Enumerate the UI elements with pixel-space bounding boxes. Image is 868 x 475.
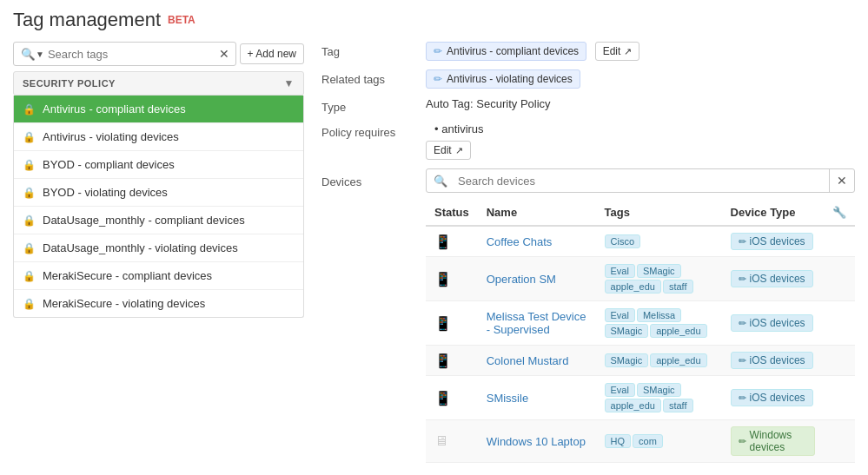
device-type-chip[interactable]: ✏ iOS devices xyxy=(731,233,813,250)
device-tag-chip[interactable]: Cisco xyxy=(605,234,641,248)
device-type-chip[interactable]: ✏ iOS devices xyxy=(731,389,813,406)
tag-item-byod-violating[interactable]: 🔒 BYOD - violating devices xyxy=(14,179,303,207)
table-row: 📱Colonel MustardSMagicapple_edu✏ iOS dev… xyxy=(426,346,855,376)
lock-icon: 🔒 xyxy=(23,298,36,310)
device-name-cell: Colonel Mustard xyxy=(478,346,596,376)
pencil-icon: ✏ xyxy=(739,274,746,285)
device-name-cell: SMissile xyxy=(478,376,596,420)
device-tags-cell: SMagicapple_edu xyxy=(596,346,722,376)
device-tag-chip[interactable]: SMagic xyxy=(637,264,681,278)
security-policy-group[interactable]: Security Policy ▼ xyxy=(13,71,304,96)
device-tag-chip[interactable]: Eval xyxy=(605,264,635,278)
device-tag-chip[interactable]: SMagic xyxy=(637,383,681,397)
device-type-chip[interactable]: ✏ iOS devices xyxy=(731,270,813,287)
tag-item-antivirus-violating[interactable]: 🔒 Antivirus - violating devices xyxy=(14,123,303,151)
lock-icon: 🔒 xyxy=(23,103,36,115)
type-label: Type xyxy=(321,97,426,114)
device-tag-chip[interactable]: apple_edu xyxy=(650,353,706,367)
tag-item-label: DataUsage_monthly - compliant devices xyxy=(43,214,245,227)
pencil-icon: ✏ xyxy=(739,436,746,447)
beta-badge: BETA xyxy=(168,14,195,26)
chevron-down-icon: ▼ xyxy=(284,77,295,89)
device-type-cell: ✏ iOS devices xyxy=(722,346,824,376)
device-name-link[interactable]: Colonel Mustard xyxy=(487,354,569,367)
device-type-cell: ✏ iOS devices xyxy=(722,257,824,301)
wrench-icon[interactable]: 🔧 xyxy=(832,206,846,219)
tag-value-container: ✏ Antivirus - compliant devices Edit ↗ xyxy=(426,42,855,61)
device-name-cell: Operation SM xyxy=(478,257,596,301)
col-tags: Tags xyxy=(596,200,722,226)
external-link-icon: ↗ xyxy=(455,145,463,156)
device-tag-chip[interactable]: Melissa xyxy=(637,308,681,322)
left-panel: 🔍 ▼ ✕ + Add new Security Policy ▼ 🔒 Anti… xyxy=(13,42,304,472)
device-tag-chip[interactable]: Eval xyxy=(605,308,635,322)
devices-search-icon: 🔍 xyxy=(427,170,454,192)
device-tag-chip[interactable]: apple_edu xyxy=(650,324,706,338)
table-row: 🖥Windows 10 LaptopHQcom✏ Windows devices xyxy=(426,420,855,463)
device-tag-chip[interactable]: apple_edu xyxy=(605,280,661,294)
device-name-link[interactable]: SMissile xyxy=(487,392,528,405)
tag-item-datausage-compliant[interactable]: 🔒 DataUsage_monthly - compliant devices xyxy=(14,207,303,234)
edit-button-label: Edit xyxy=(603,45,621,57)
device-tag-chip[interactable]: com xyxy=(633,434,663,448)
device-tag-chip[interactable]: SMagic xyxy=(605,353,649,367)
device-tag-chip[interactable]: Eval xyxy=(605,383,635,397)
tag-item-antivirus-compliant[interactable]: 🔒 Antivirus - compliant devices xyxy=(14,96,303,123)
add-new-button[interactable]: + Add new xyxy=(240,43,304,64)
device-tag-chip[interactable]: staff xyxy=(663,399,693,412)
related-tags-row: Related tags ✏ Antivirus - violating dev… xyxy=(321,69,855,89)
device-type-chip[interactable]: ✏ iOS devices xyxy=(731,314,813,332)
device-tag-chip[interactable]: SMagic xyxy=(605,324,649,338)
device-name-cell: Windows 10 Laptop xyxy=(478,420,596,463)
device-name-link[interactable]: Operation SM xyxy=(487,273,556,286)
device-status-icon: 📱 xyxy=(434,391,452,406)
tag-detail-row: Tag ✏ Antivirus - compliant devices Edit… xyxy=(321,42,855,61)
policy-edit-label: Edit xyxy=(434,144,452,156)
device-action-cell xyxy=(824,226,855,257)
device-action-cell xyxy=(824,301,855,346)
tag-edit-button[interactable]: Edit ↗ xyxy=(595,42,640,61)
tag-item-byod-compliant[interactable]: 🔒 BYOD - compliant devices xyxy=(14,151,303,179)
table-row: 📱Operation SMEvalSMagicapple_edustaff✏ i… xyxy=(426,257,855,301)
tag-item-merakisecure-compliant[interactable]: 🔒 MerakiSecure - compliant devices xyxy=(14,262,303,290)
col-name: Name xyxy=(478,200,596,226)
device-tag-chip[interactable]: staff xyxy=(663,280,693,294)
policy-edit-button[interactable]: Edit ↗ xyxy=(426,141,471,160)
device-type-cell: ✏ iOS devices xyxy=(722,226,824,257)
search-input[interactable] xyxy=(48,48,216,61)
devices-label: Devices xyxy=(321,168,426,188)
device-name-link[interactable]: Coffee Chats xyxy=(487,235,553,248)
device-type-chip[interactable]: ✏ iOS devices xyxy=(731,352,813,369)
device-tags-cell: EvalSMagicapple_edustaff xyxy=(596,376,722,420)
device-status-cell: 🖥 xyxy=(426,420,478,463)
search-clear-button[interactable]: ✕ xyxy=(216,47,232,61)
right-panel: Tag ✏ Antivirus - compliant devices Edit… xyxy=(304,42,855,472)
devices-search-input[interactable] xyxy=(454,170,829,192)
device-status-icon: 📱 xyxy=(434,272,452,287)
search-dropdown-button[interactable]: 🔍 ▼ xyxy=(17,46,48,63)
type-text: Auto Tag: Security Policy xyxy=(426,95,551,110)
device-name-link[interactable]: Windows 10 Laptop xyxy=(487,435,586,448)
devices-row: Devices 🔍 ✕ Status Name Tags xyxy=(321,168,855,463)
related-tag-chip: ✏ Antivirus - violating devices xyxy=(426,69,580,89)
policy-requires-value: antivirus Edit ↗ xyxy=(426,122,855,160)
device-status-icon: 📱 xyxy=(434,353,452,368)
related-tags-label: Related tags xyxy=(321,69,426,86)
tag-list: 🔒 Antivirus - compliant devices 🔒 Antivi… xyxy=(13,96,304,318)
device-status-cell: 📱 xyxy=(426,257,478,301)
device-type-chip[interactable]: ✏ Windows devices xyxy=(731,426,815,456)
pencil-icon: ✏ xyxy=(434,45,442,57)
device-tag-chip[interactable]: HQ xyxy=(605,434,632,448)
lock-icon: 🔒 xyxy=(23,214,36,227)
tag-item-merakisecure-violating[interactable]: 🔒 MerakiSecure - violating devices xyxy=(14,290,303,317)
device-type-cell: ✏ iOS devices xyxy=(722,301,824,346)
col-status: Status xyxy=(426,200,478,226)
device-status-icon: 🖥 xyxy=(434,433,448,448)
device-name-link[interactable]: Melissa Test Device - Supervised xyxy=(487,310,586,336)
devices-search-bar: 🔍 ✕ xyxy=(426,168,855,193)
tag-item-label: MerakiSecure - compliant devices xyxy=(43,269,212,282)
devices-search-clear-button[interactable]: ✕ xyxy=(829,169,854,192)
tag-item-datausage-violating[interactable]: 🔒 DataUsage_monthly - violating devices xyxy=(14,234,303,262)
lock-icon: 🔒 xyxy=(23,242,36,254)
device-tag-chip[interactable]: apple_edu xyxy=(605,399,661,412)
